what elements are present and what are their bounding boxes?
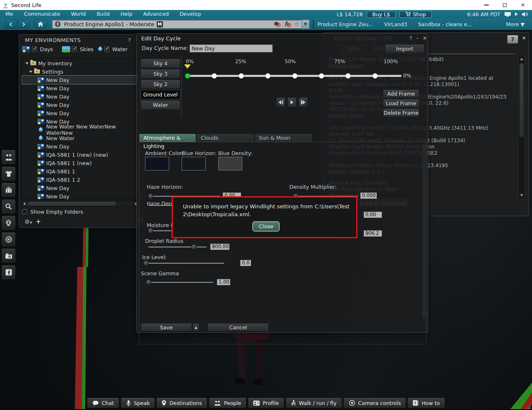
speaker-icon[interactable]: [522, 12, 528, 17]
dialog-help-button[interactable]: ?: [409, 35, 412, 41]
close-button[interactable]: ✕: [514, 0, 532, 10]
day-cycle-name-input[interactable]: [190, 44, 273, 52]
facebook-button[interactable]: [1, 265, 16, 280]
scroll-left-icon[interactable]: [22, 201, 27, 206]
slider-knob[interactable]: [146, 279, 151, 285]
shop-button[interactable]: Shop: [399, 11, 431, 18]
menu-item-help[interactable]: Help: [115, 10, 138, 18]
linden-balance[interactable]: L$ 14,728: [337, 11, 363, 17]
blue-horizon-swatch[interactable]: [182, 157, 206, 170]
about-close-button[interactable]: ✕: [522, 35, 526, 41]
how-to-button[interactable]: ? How to: [407, 398, 445, 408]
favorite-star-icon[interactable]: ☆: [294, 20, 300, 28]
location-input[interactable]: Product Engine Apollo1 - Moderate M ☆ ▼: [52, 20, 310, 29]
distance-multiplier-value[interactable]: 0.00: [364, 212, 382, 218]
maximize-button[interactable]: [495, 0, 514, 10]
profile-button[interactable]: Profile: [248, 398, 284, 408]
walk-run-fly-button[interactable]: Walk / run / fly: [286, 398, 342, 408]
minimize-button[interactable]: [477, 0, 495, 10]
keyframe-dot[interactable]: [212, 73, 217, 79]
scroll-up-icon[interactable]: [520, 58, 523, 60]
days-checkbox[interactable]: [32, 47, 37, 52]
menu-item-me[interactable]: Me: [0, 10, 18, 18]
skies-checkbox[interactable]: [72, 47, 77, 52]
destinations-button[interactable]: Destinations: [156, 398, 207, 408]
load-frame-button[interactable]: Load Frame: [383, 99, 419, 108]
snapshot-button[interactable]: [1, 248, 16, 263]
panel-help-button[interactable]: ?: [128, 37, 131, 43]
speak-button[interactable]: Speak: [121, 398, 155, 408]
keyframe-dot[interactable]: [372, 73, 378, 79]
keyframe-dot[interactable]: [292, 73, 298, 79]
keyframe-dot[interactable]: [239, 73, 244, 79]
scene-gamma-slider[interactable]: [146, 279, 213, 285]
forward-button[interactable]: [18, 20, 30, 29]
tree-item[interactable]: New Water: [22, 134, 138, 142]
delete-frame-button[interactable]: Delete Frame: [383, 109, 419, 117]
tree-item[interactable]: IQA-5881 1 (new): [22, 159, 138, 167]
menu-item-world[interactable]: World: [66, 10, 91, 18]
tree-folder-my-inventory[interactable]: My Inventory: [22, 59, 138, 67]
keyframe-dot[interactable]: [265, 73, 271, 79]
step-forward-button[interactable]: [298, 97, 308, 107]
track-sky4-button[interactable]: Sky 4: [140, 59, 180, 68]
track-ground-level-button[interactable]: Ground Level: [140, 90, 180, 99]
favorite-landmark-2[interactable]: VirLand3: [384, 21, 407, 27]
expand-arrow-icon[interactable]: [25, 62, 29, 64]
scrollbar-thumb[interactable]: [28, 202, 116, 206]
mini-map-button[interactable]: [1, 232, 16, 247]
about-scrollbar[interactable]: [518, 55, 525, 199]
density-multiplier-value[interactable]: 0.0003: [360, 193, 377, 199]
slider-knob[interactable]: [143, 260, 149, 266]
avatar-picker-button[interactable]: [1, 150, 16, 165]
time-marker-icon[interactable]: [184, 64, 191, 69]
tree-item[interactable]: New Water New WaterNew WaterNew: [22, 126, 138, 134]
track-water-button[interactable]: Water: [140, 100, 180, 110]
people-button[interactable]: People: [209, 398, 247, 408]
play-button[interactable]: [287, 97, 297, 107]
tab-sun-moon[interactable]: Sun & Moon: [254, 133, 313, 142]
menu-item-advanced[interactable]: Advanced: [138, 10, 174, 18]
keyframe-dot[interactable]: [345, 73, 351, 79]
outfits-button[interactable]: [1, 166, 16, 181]
tree-item[interactable]: New Day: [22, 184, 138, 192]
tree-horizontal-scrollbar[interactable]: [21, 201, 138, 207]
tree-item[interactable]: New Day: [22, 101, 138, 109]
notification-chiclet[interactable]: 7: [507, 35, 518, 44]
water-checkbox[interactable]: [104, 47, 109, 52]
dialog-close-button[interactable]: ✕: [423, 35, 427, 41]
camera-controls-button[interactable]: Camera controls: [343, 398, 406, 408]
save-flyout-button[interactable]: ▲: [192, 323, 200, 331]
droplet-radius-slider[interactable]: [148, 244, 207, 249]
ice-level-slider[interactable]: [144, 260, 224, 266]
track-sky3-button[interactable]: Sky 3: [140, 69, 180, 79]
slider-knob[interactable]: [148, 193, 153, 199]
tree-item[interactable]: New Day: [22, 192, 138, 200]
content-scrollbar[interactable]: [422, 144, 426, 318]
track-sky2-button[interactable]: Sky 2: [140, 79, 180, 89]
location-history-dropdown[interactable]: ▼: [301, 20, 309, 29]
step-back-button[interactable]: [276, 97, 286, 107]
tab-atmosphere-lighting[interactable]: Atmosphere & Lighting: [139, 133, 196, 142]
tree-item[interactable]: New Day: [22, 142, 138, 151]
dialog-minimize-button[interactable]: –: [416, 35, 419, 41]
cancel-button[interactable]: Cancel: [207, 323, 269, 331]
save-button[interactable]: Save: [140, 323, 192, 331]
error-close-button[interactable]: Close: [252, 221, 280, 232]
max-altitude-value[interactable]: 906.2: [364, 230, 382, 237]
tree-item[interactable]: IQA-5881 1: [22, 167, 138, 175]
slider-knob[interactable]: [191, 244, 197, 249]
ambient-color-swatch[interactable]: [145, 157, 169, 170]
tree-item[interactable]: New Day: [22, 92, 138, 101]
media-monitor-icon[interactable]: [504, 12, 511, 17]
scroll-down-icon[interactable]: [520, 194, 523, 197]
add-frame-button[interactable]: Add Frame: [383, 89, 419, 98]
scene-gamma-value[interactable]: 1.00: [217, 279, 230, 285]
tree-item[interactable]: IQA-5881 1 (new) (new): [22, 151, 138, 159]
back-button[interactable]: [5, 20, 17, 29]
buy-linden-button[interactable]: Buy L$: [367, 11, 396, 18]
chat-button[interactable]: Chat: [87, 398, 119, 408]
home-button[interactable]: [34, 20, 47, 29]
show-empty-folders-checkbox[interactable]: [22, 209, 27, 214]
menu-item-develop[interactable]: Develop: [174, 10, 206, 18]
